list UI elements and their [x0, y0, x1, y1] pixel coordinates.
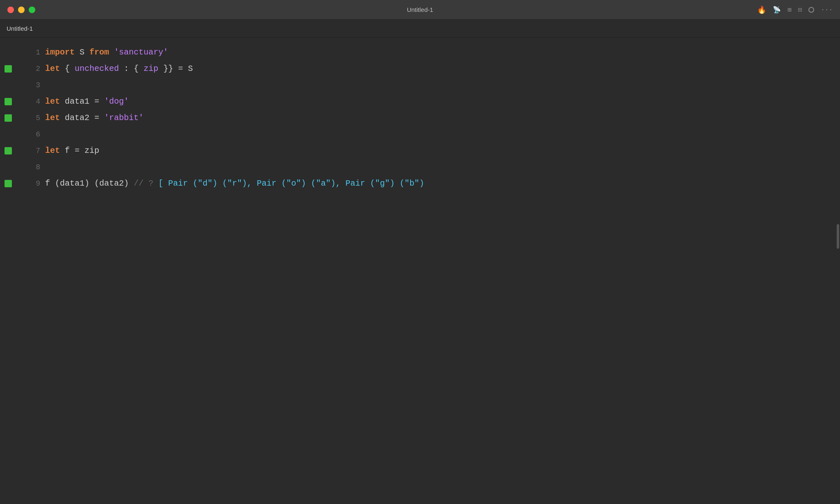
line-number-2: 2: [30, 61, 40, 77]
token-comment: // ?: [134, 179, 158, 188]
gutter-marker-2: [5, 61, 12, 77]
code-line-7: let f = zip: [45, 143, 840, 159]
token-data2-name: data2 =: [65, 113, 104, 123]
token-dog: 'dog': [104, 97, 129, 106]
gutter-marker-5: [5, 110, 12, 126]
code-area[interactable]: import S from 'sanctuary' let { unchecke…: [45, 38, 840, 504]
line-number-3: 3: [30, 77, 40, 93]
breakpoint-marker-5[interactable]: [5, 114, 12, 122]
token-f-zip: f = zip: [65, 146, 99, 155]
token-result: [ Pair ("d") ("r"), Pair ("o") ("a"), Pa…: [158, 179, 424, 188]
grid-icon[interactable]: ⊞: [788, 6, 792, 14]
close-button[interactable]: [7, 7, 14, 13]
code-line-6: [45, 126, 840, 143]
code-line-4: let data1 = 'dog': [45, 93, 840, 110]
editor: 1 2 3 4 5 6 7 8 9 import S from 'sanctua…: [0, 38, 840, 504]
token-from: from: [89, 48, 109, 57]
code-line-5: let data2 = 'rabbit': [45, 110, 840, 126]
token-sanctuary: 'sanctuary': [114, 48, 168, 57]
token-let4: let: [45, 97, 60, 106]
code-line-3: [45, 77, 840, 93]
token-colon2: : {: [124, 64, 144, 73]
token-brace2a: {: [65, 64, 75, 73]
gutter-marker-7: [5, 143, 12, 159]
code-line-9: f (data1) (data2) // ? [ Pair ("d") ("r"…: [45, 175, 840, 192]
maximize-button[interactable]: [29, 7, 35, 13]
traffic-lights: [7, 7, 35, 13]
code-line-1: import S from 'sanctuary': [45, 44, 840, 61]
line-number-9: 9: [30, 175, 40, 192]
token-let5: let: [45, 113, 60, 123]
token-s: S: [80, 48, 89, 57]
split-icon[interactable]: ⊟: [798, 6, 802, 14]
breakpoint-marker-7[interactable]: [5, 147, 12, 154]
tab-bar: Untitled-1: [0, 20, 840, 38]
token-zip: zip: [144, 64, 158, 73]
code-line-8: [45, 159, 840, 175]
token-rabbit: 'rabbit': [104, 113, 144, 123]
minimize-button[interactable]: [18, 7, 25, 13]
token-let2: let: [45, 64, 60, 73]
code-line-2: let { unchecked : { zip }} = S: [45, 61, 840, 77]
flame-icon[interactable]: 🔥: [757, 5, 766, 14]
gutter-marker-9: [5, 175, 12, 192]
line-number-5: 5: [30, 110, 40, 126]
broadcast-icon[interactable]: 📡: [773, 6, 781, 14]
token-f-call: f (data1) (data2): [45, 179, 134, 188]
breakpoint-marker-4[interactable]: [5, 98, 12, 105]
line-number-1: 1: [30, 44, 40, 61]
line-numbers: 1 2 3 4 5 6 7 8 9: [16, 38, 45, 504]
more-icon[interactable]: ···: [821, 6, 833, 14]
token-let7: let: [45, 146, 60, 155]
token-brace2b: }} = S: [163, 64, 193, 73]
title-bar: Untitled-1 🔥 📡 ⊞ ⊟ ···: [0, 0, 840, 20]
gutter-marker-4: [5, 93, 12, 110]
line-number-8: 8: [30, 159, 40, 175]
breakpoint-marker-9[interactable]: [5, 180, 12, 187]
token-import: import: [45, 48, 75, 57]
tab-label[interactable]: Untitled-1: [7, 25, 33, 32]
line-number-6: 6: [30, 126, 40, 143]
circle-icon[interactable]: [808, 7, 814, 13]
breakpoint-marker-2[interactable]: [5, 65, 12, 73]
scrollbar-track[interactable]: [835, 38, 840, 504]
window-title: Untitled-1: [407, 6, 433, 13]
token-unchecked: unchecked: [75, 64, 119, 73]
line-number-4: 4: [30, 93, 40, 110]
scrollbar-thumb[interactable]: [837, 224, 839, 249]
token-data1-name: data1 =: [65, 97, 104, 106]
gutter: [0, 38, 16, 504]
line-number-7: 7: [30, 143, 40, 159]
title-bar-right: 🔥 📡 ⊞ ⊟ ···: [757, 5, 833, 14]
